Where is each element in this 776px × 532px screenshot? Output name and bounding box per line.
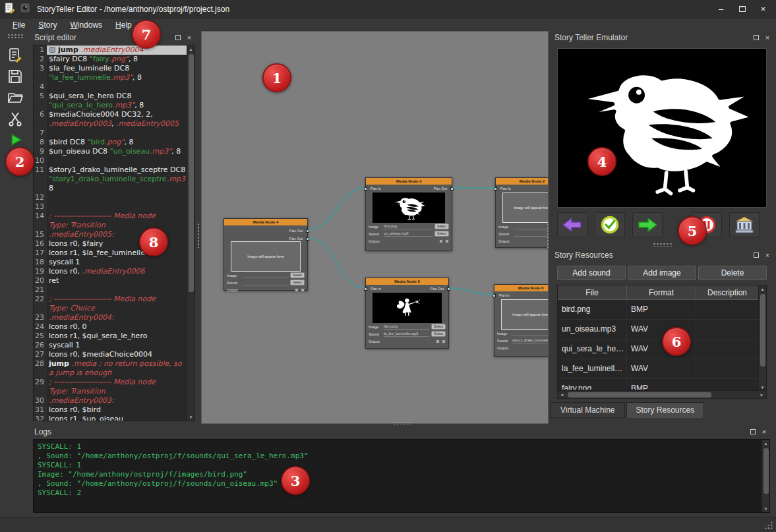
select-button[interactable]: Select — [431, 324, 446, 330]
node-port[interactable] — [306, 229, 309, 233]
script-line[interactable]: 20ret — [34, 276, 187, 285]
script-line[interactable]: 6$mediaChoice0004 DC32, 2, .mediaEntry00… — [34, 110, 187, 129]
script-editor[interactable]: 1jump .mediaEntry00042$fairy DC8 "fairy.… — [33, 45, 195, 421]
script-line[interactable]: 28jump .media ; no return possible, so a… — [34, 359, 187, 378]
table-row[interactable]: la_fee_luminelle.mp3WAV — [558, 359, 766, 379]
delete-button[interactable]: Delete — [698, 266, 767, 280]
scroll-down-icon[interactable]: ▼ — [764, 505, 768, 512]
cut-button[interactable] — [5, 109, 26, 129]
script-line[interactable]: 9$un_oiseau DC8 "un_oiseau.mp3", 8 — [34, 147, 187, 156]
scroll-up-icon[interactable]: ▲ — [764, 440, 768, 447]
maximize-button[interactable] — [733, 2, 751, 16]
graph-node[interactable]: Media Node 2Pan InImage will appear here… — [495, 177, 549, 248]
menu-windows[interactable]: Windows — [64, 20, 108, 30]
table-row[interactable]: fairy.pngBMP — [558, 379, 766, 390]
menu-file[interactable]: File — [7, 20, 31, 30]
output-icon[interactable] — [301, 288, 305, 292]
script-line[interactable]: 24lcons r0, 0 — [34, 322, 187, 332]
graph-node[interactable]: Media Node 6Pan InImage will appear here… — [494, 284, 549, 357]
select-button[interactable]: Select — [431, 331, 446, 337]
node-port[interactable] — [492, 294, 496, 297]
script-editor-scrollbar[interactable]: ▲ ▼ — [187, 45, 194, 421]
accept-button[interactable] — [595, 212, 625, 237]
toolbar-drag-handle[interactable] — [7, 34, 23, 39]
table-scrollbar[interactable]: ▲ ▼ — [758, 285, 766, 390]
graph-node[interactable]: Media Node 5Pan InPan OutImagefairy.pngS… — [365, 278, 449, 349]
close-panel-button[interactable]: × — [185, 33, 194, 42]
script-line[interactable]: 12 — [34, 193, 187, 202]
scroll-down-icon[interactable]: ▼ — [189, 413, 193, 421]
script-line[interactable]: 2$fairy DC8 "fairy.png", 8 — [34, 55, 187, 64]
script-line[interactable]: 31lcons r0, $bird — [34, 405, 187, 415]
back-button[interactable] — [557, 212, 587, 237]
script-line[interactable]: 3$la_fee_luminelle DC8 "la_fee_luminelle… — [34, 64, 187, 82]
add-sound-button[interactable]: Add sound — [557, 266, 626, 280]
script-line[interactable]: 29; ---------------------- Media node — [34, 378, 187, 387]
float-panel-button[interactable] — [752, 251, 761, 260]
script-line[interactable]: 10 — [34, 156, 187, 165]
script-line[interactable]: 27lcons r0, $mediaChoice0004 — [34, 350, 187, 359]
scroll-right-icon[interactable]: ► — [758, 391, 766, 398]
scroll-left-icon[interactable]: ◄ — [558, 391, 566, 398]
scroll-down-icon[interactable]: ▼ — [761, 384, 765, 390]
output-icon[interactable] — [436, 340, 440, 343]
script-line[interactable]: 30.mediaEntry0003: — [34, 396, 187, 405]
column-header[interactable]: Format — [627, 285, 696, 299]
output-icon[interactable] — [442, 340, 446, 343]
script-line[interactable]: 8$bird DC8 "bird.png", 8 — [34, 138, 187, 147]
table-row[interactable]: bird.pngBMP — [558, 300, 766, 320]
node-port[interactable] — [447, 287, 450, 291]
float-panel-button[interactable] — [173, 33, 183, 42]
add-image-button[interactable]: Add image — [628, 266, 696, 280]
float-panel-button[interactable] — [752, 33, 761, 42]
script-line[interactable]: 13 — [34, 202, 187, 212]
column-header[interactable]: File — [558, 285, 627, 299]
script-line[interactable]: 14; ---------------------- Media node — [34, 212, 187, 221]
splitter-handle[interactable] — [547, 223, 550, 248]
script-line[interactable]: 19lcons r0, .mediaEntry0006 — [34, 267, 187, 276]
script-line[interactable]: 5$qui_sera_le_hero DC8 "qui_sera_le_hero… — [34, 92, 187, 110]
node-port[interactable] — [494, 187, 497, 191]
node-port[interactable] — [306, 237, 309, 241]
menu-story[interactable]: Story — [32, 20, 63, 30]
open-button[interactable] — [5, 88, 26, 107]
splitter-handle[interactable] — [197, 223, 200, 248]
select-button[interactable]: Select — [434, 223, 449, 229]
save-button[interactable] — [5, 67, 26, 86]
output-icon[interactable] — [439, 239, 443, 243]
script-line[interactable]: 7 — [34, 129, 187, 138]
script-line[interactable]: 4 — [34, 82, 187, 92]
resize-grip[interactable] — [764, 521, 773, 529]
script-line[interactable]: Type: Choice — [34, 304, 187, 313]
close-panel-button[interactable]: × — [763, 33, 772, 42]
logs-output[interactable]: SYSCALL: 1, Sound: "/home/anthony/ostpro… — [33, 439, 770, 513]
close-panel-button[interactable]: × — [760, 427, 769, 436]
titlebar[interactable]: StoryTeller Editor - /home/anthony/ostpr… — [0, 0, 776, 18]
script-line[interactable]: 21 — [34, 285, 187, 295]
script-line[interactable]: 11$story1_drako_luminelle_sceptre DC8 "s… — [34, 165, 187, 193]
select-button[interactable]: Select — [434, 231, 449, 237]
script-line[interactable]: Type: Transition — [34, 387, 187, 396]
graph-node[interactable]: Media Node 3Pan InPan OutImagebird.pngSe… — [365, 177, 452, 251]
forward-button[interactable] — [632, 212, 663, 237]
select-button[interactable]: Select — [290, 272, 305, 278]
script-line[interactable]: 18syscall 1 — [34, 258, 187, 267]
close-panel-button[interactable]: × — [763, 251, 772, 260]
column-header[interactable]: Description — [696, 285, 759, 299]
script-line[interactable]: Type: Transition — [34, 221, 187, 230]
tab-virtual-machine[interactable]: Virtual Machine — [551, 402, 625, 418]
script-line[interactable]: 1jump .mediaEntry0004 — [34, 45, 187, 55]
logs-scrollbar[interactable]: ▲ ▼ — [761, 440, 769, 512]
minimize-button[interactable]: – — [712, 2, 730, 16]
script-line[interactable]: 23.mediaEntry0004: — [34, 313, 187, 322]
tab-story-resources[interactable]: Story Resources — [626, 402, 705, 418]
close-button[interactable]: × — [754, 2, 772, 16]
script-line[interactable]: 25lcons r1, $qui_sera_le_hero — [34, 332, 187, 341]
node-port[interactable] — [364, 287, 367, 291]
float-panel-button[interactable] — [748, 427, 758, 436]
table-hscrollbar[interactable]: ◄ ► — [557, 390, 767, 399]
output-icon[interactable] — [445, 239, 449, 243]
new-script-button[interactable] — [5, 45, 26, 65]
script-line[interactable]: 26syscall 1 — [34, 341, 187, 350]
select-button[interactable]: Select — [290, 280, 305, 285]
